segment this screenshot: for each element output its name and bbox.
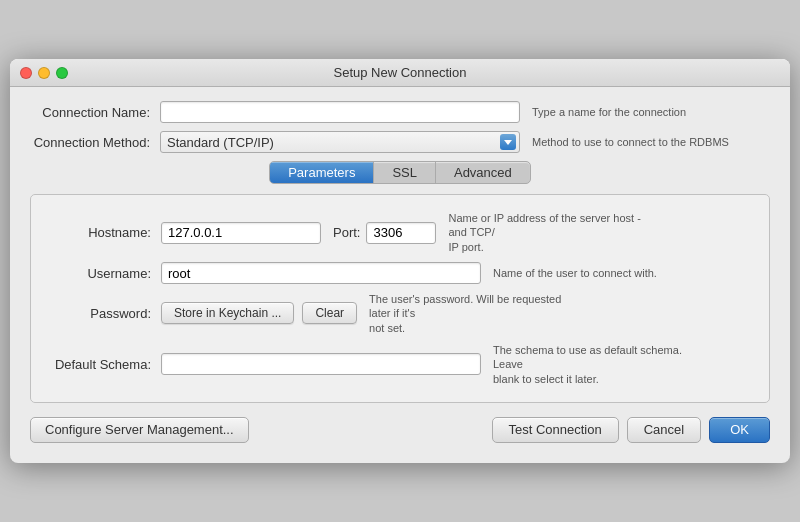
connection-method-label: Connection Method:	[30, 135, 160, 150]
port-input[interactable]	[366, 222, 436, 244]
titlebar: Setup New Connection	[10, 59, 790, 87]
connection-method-hint: Method to use to connect to the RDBMS	[532, 135, 729, 149]
test-connection-button[interactable]: Test Connection	[492, 417, 619, 443]
tab-parameters[interactable]: Parameters	[270, 162, 374, 183]
cancel-button[interactable]: Cancel	[627, 417, 701, 443]
window-title: Setup New Connection	[334, 65, 467, 80]
clear-password-button[interactable]: Clear	[302, 302, 357, 324]
bottom-bar: Configure Server Management... Test Conn…	[30, 417, 770, 447]
username-label: Username:	[31, 266, 161, 281]
default-schema-row: Default Schema: The schema to use as def…	[31, 343, 769, 386]
username-input[interactable]	[161, 262, 481, 284]
window-body: Connection Name: Type a name for the con…	[10, 87, 790, 463]
configure-server-button[interactable]: Configure Server Management...	[30, 417, 249, 443]
password-row: Password: Store in Keychain ... Clear Th…	[31, 292, 769, 335]
connection-name-label: Connection Name:	[30, 105, 160, 120]
bottom-left: Configure Server Management...	[30, 417, 249, 443]
store-keychain-button[interactable]: Store in Keychain ...	[161, 302, 294, 324]
connection-method-row: Connection Method: Standard (TCP/IP) Sta…	[30, 131, 770, 153]
port-label: Port:	[333, 225, 360, 240]
tab-ssl[interactable]: SSL	[374, 162, 436, 183]
connection-method-select[interactable]: Standard (TCP/IP) Standard (TCP/IP) with…	[160, 131, 520, 153]
traffic-lights	[20, 67, 68, 79]
hostname-label: Hostname:	[31, 225, 161, 240]
hostname-input[interactable]	[161, 222, 321, 244]
password-hint: The user's password. Will be requested l…	[369, 292, 569, 335]
default-schema-hint: The schema to use as default schema. Lea…	[493, 343, 693, 386]
username-row: Username: Name of the user to connect wi…	[31, 262, 769, 284]
hostname-hint: Name or IP address of the server host - …	[448, 211, 648, 254]
close-button[interactable]	[20, 67, 32, 79]
tabs-row: Parameters SSL Advanced	[30, 161, 770, 184]
password-label: Password:	[31, 306, 161, 321]
connection-name-input[interactable]	[160, 101, 520, 123]
hostname-row: Hostname: Port: Name or IP address of th…	[31, 211, 769, 254]
tab-advanced[interactable]: Advanced	[436, 162, 530, 183]
connection-name-row: Connection Name: Type a name for the con…	[30, 101, 770, 123]
connection-method-select-wrapper: Standard (TCP/IP) Standard (TCP/IP) with…	[160, 131, 520, 153]
maximize-button[interactable]	[56, 67, 68, 79]
ok-button[interactable]: OK	[709, 417, 770, 443]
default-schema-input[interactable]	[161, 353, 481, 375]
connection-name-hint: Type a name for the connection	[532, 105, 686, 119]
minimize-button[interactable]	[38, 67, 50, 79]
username-hint: Name of the user to connect with.	[493, 266, 657, 280]
tab-group: Parameters SSL Advanced	[269, 161, 531, 184]
bottom-right: Test Connection Cancel OK	[492, 417, 771, 443]
default-schema-label: Default Schema:	[31, 357, 161, 372]
content-panel: Hostname: Port: Name or IP address of th…	[30, 194, 770, 403]
main-window: Setup New Connection Connection Name: Ty…	[10, 59, 790, 463]
